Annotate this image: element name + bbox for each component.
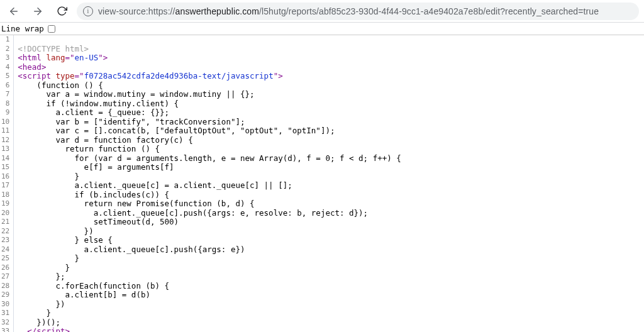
line-number: 9 — [1, 108, 9, 118]
source-line: a.client._queue[c].push({args: e, resolv… — [18, 209, 401, 218]
site-info-icon[interactable]: i — [83, 6, 93, 16]
source-line: })(); — [18, 318, 401, 328]
source-line: } — [18, 172, 401, 182]
line-number: 8 — [1, 99, 9, 109]
source-line: var d = function factory(c) { — [18, 136, 401, 145]
source-line: return function () { — [18, 145, 401, 154]
source-line: (function () { — [18, 81, 401, 91]
source-line: } else { — [18, 236, 401, 245]
linewrap-bar: Line wrap — [0, 23, 644, 35]
address-bar[interactable]: i view-source:https://answerthepublic.co… — [77, 3, 639, 20]
line-number: 7 — [1, 90, 9, 99]
line-number: 31 — [1, 309, 9, 318]
line-number: 18 — [1, 191, 9, 200]
source-line: </script> — [18, 327, 401, 332]
source-line — [18, 35, 401, 45]
source-line: }; — [18, 272, 401, 282]
source-line: a.client[b] = d(b) — [18, 290, 401, 300]
line-number: 6 — [1, 81, 9, 91]
line-number: 21 — [1, 218, 9, 227]
forward-button[interactable] — [29, 3, 47, 20]
source-line: if (b.includes(c)) { — [18, 191, 401, 200]
line-number-gutter: 1234567891011121314151617181920212223242… — [0, 35, 14, 332]
line-number: 10 — [1, 118, 9, 127]
source-line: <!DOCTYPE html> — [18, 45, 401, 54]
line-number: 22 — [1, 227, 9, 236]
line-number: 1 — [1, 35, 9, 45]
source-line: e[f] = arguments[f] — [18, 163, 401, 172]
line-number: 19 — [1, 199, 9, 209]
source-line: setTimeout(d, 500) — [18, 218, 401, 227]
source-view: 1234567891011121314151617181920212223242… — [0, 35, 644, 332]
line-number: 14 — [1, 154, 9, 163]
source-line: a.client._queue[c] = a.client._queue[c] … — [18, 181, 401, 191]
line-number: 28 — [1, 282, 9, 291]
line-number: 24 — [1, 245, 9, 255]
back-button[interactable] — [5, 3, 23, 20]
linewrap-checkbox[interactable] — [48, 25, 55, 33]
source-line: var c = [].concat(b, ["defaultOptOut", "… — [18, 126, 401, 136]
line-number: 15 — [1, 163, 9, 172]
source-line: for (var d = arguments.length, e = new A… — [18, 154, 401, 163]
line-number: 16 — [1, 172, 9, 182]
line-number: 5 — [1, 72, 9, 81]
line-number: 20 — [1, 209, 9, 218]
source-line: <html lang="en-US"> — [18, 53, 401, 63]
source-line: }) — [18, 227, 401, 236]
line-number: 32 — [1, 318, 9, 328]
line-number: 2 — [1, 45, 9, 54]
source-code[interactable]: <!DOCTYPE html><html lang="en-US"><head>… — [14, 35, 401, 332]
line-number: 17 — [1, 181, 9, 191]
line-number: 30 — [1, 300, 9, 309]
source-line: var a = window.mutiny = window.mutiny ||… — [18, 90, 401, 99]
linewrap-label: Line wrap — [1, 24, 44, 33]
source-line: } — [18, 309, 401, 318]
source-line: <head> — [18, 63, 401, 72]
source-line: c.forEach(function (b) { — [18, 282, 401, 291]
line-number: 27 — [1, 272, 9, 282]
source-line: var b = ["identify", "trackConversion"]; — [18, 118, 401, 127]
source-line: <script type="f0728ac542cdfa2de4d936ba-t… — [18, 72, 401, 81]
line-number: 4 — [1, 63, 9, 72]
browser-toolbar: i view-source:https://answerthepublic.co… — [0, 0, 644, 23]
source-line: return new Promise(function (b, d) { — [18, 199, 401, 209]
source-line: if (!window.mutiny.client) { — [18, 99, 401, 109]
line-number: 23 — [1, 236, 9, 245]
source-line: a.client = {_queue: {}}; — [18, 108, 401, 118]
line-number: 26 — [1, 263, 9, 273]
url-text: view-source:https://answerthepublic.com/… — [98, 6, 599, 16]
line-number: 29 — [1, 290, 9, 300]
reload-button[interactable] — [53, 3, 70, 20]
line-number: 25 — [1, 254, 9, 263]
source-line: a.client._queue[c].push({args: e}) — [18, 245, 401, 255]
line-number: 11 — [1, 126, 9, 136]
line-number: 3 — [1, 53, 9, 63]
source-line: } — [18, 263, 401, 273]
source-line: } — [18, 254, 401, 263]
source-line: }) — [18, 300, 401, 309]
line-number: 12 — [1, 136, 9, 145]
line-number: 33 — [1, 327, 9, 332]
line-number: 13 — [1, 145, 9, 154]
